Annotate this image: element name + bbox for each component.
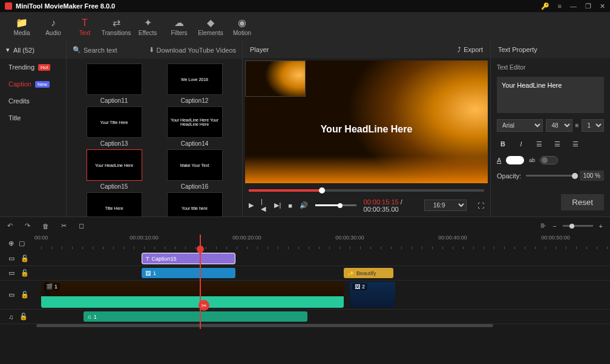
opacity-slider[interactable] xyxy=(526,175,574,177)
chevron-down-icon: ▾ xyxy=(6,46,10,54)
caption-clip[interactable]: T Caption15 xyxy=(142,253,235,264)
time-ruler[interactable]: 00:0000:00:10:0000:00:20:0000:00:30:0000… xyxy=(35,235,610,252)
thumbnail-label: Caption14 xyxy=(181,140,209,147)
add-track-button[interactable]: ⊕ xyxy=(8,239,14,247)
audio-clip[interactable]: ♫ 1 xyxy=(84,311,307,322)
aspect-ratio-select[interactable]: 16:9 xyxy=(424,200,467,211)
gallery-item[interactable]: Your HeadLine HereCaption15 xyxy=(77,149,151,190)
effects-icon: ✦ xyxy=(144,17,152,28)
video-clip-2[interactable]: 🖼 2 xyxy=(350,282,395,308)
line-height-select[interactable]: 1 xyxy=(582,119,604,132)
maximize-icon[interactable]: ❐ xyxy=(585,2,591,10)
tab-audio[interactable]: ♪Audio xyxy=(38,12,69,41)
menu-icon[interactable]: ≡ xyxy=(558,2,562,10)
align-center-button[interactable]: ☰ xyxy=(551,138,563,150)
prev-frame-button[interactable]: |◀ xyxy=(261,198,267,213)
redo-button[interactable]: ↷ xyxy=(25,222,30,230)
lock-icon[interactable]: 🔓 xyxy=(19,313,28,320)
align-right-button[interactable]: ☰ xyxy=(569,138,582,150)
player-panel: Player ⤴ Export Your HeadLine Here ▶ |◀ … xyxy=(242,41,490,216)
timeline: ✂ ⊕ ▢ 00:0000:00:10:0000:00:20:0000:00:3… xyxy=(0,235,610,329)
export-button[interactable]: ⤴ Export xyxy=(457,46,483,53)
transitions-icon: ⇄ xyxy=(113,17,120,28)
stop-button[interactable]: ■ xyxy=(288,202,292,209)
tab-media[interactable]: 📁Media xyxy=(6,12,38,41)
timeline-scrollbar[interactable] xyxy=(0,324,610,329)
track-settings-button[interactable]: ▢ xyxy=(19,239,25,247)
close-icon[interactable]: ✕ xyxy=(600,2,605,10)
category-caption[interactable]: CaptionNew xyxy=(0,76,66,93)
fullscreen-button[interactable]: ⛶ xyxy=(477,202,484,209)
gallery-item[interactable]: Caption11 xyxy=(77,63,151,104)
tab-effects[interactable]: ✦Effects xyxy=(132,12,163,41)
next-frame-button[interactable]: ▶| xyxy=(274,201,281,209)
split-button[interactable]: ✂ xyxy=(61,222,67,230)
align-left-button[interactable]: ☰ xyxy=(533,138,545,150)
font-select[interactable]: Arial xyxy=(497,119,543,132)
tab-transitions[interactable]: ⇄Transitions xyxy=(100,12,132,41)
zoom-slider[interactable] xyxy=(563,225,593,227)
bold-button[interactable]: B xyxy=(497,138,509,150)
app-title: MiniTool MovieMaker Free 8.0.0 xyxy=(16,2,115,10)
gallery-item[interactable]: We Love 2018Caption12 xyxy=(158,63,231,104)
pip-clip[interactable]: 🖼 1 xyxy=(142,268,235,278)
font-size-select[interactable]: 48 xyxy=(546,119,572,132)
gallery-item[interactable]: Make Your TextCaption16 xyxy=(158,149,231,190)
reset-button[interactable]: Reset xyxy=(561,194,604,210)
thumbnail: Title Here xyxy=(87,192,142,216)
timeline-fit-button[interactable]: ⊪ xyxy=(540,222,546,230)
thumbnail: Make Your Text xyxy=(167,149,223,181)
tab-filters[interactable]: ☁Filters xyxy=(163,12,195,41)
crop-button[interactable]: ◻ xyxy=(79,222,84,230)
play-button[interactable]: ▶ xyxy=(249,201,254,209)
thumbnail: Your HeadLine Here xyxy=(87,149,142,181)
thumbnail-label: Caption13 xyxy=(100,140,128,147)
delete-button[interactable]: 🗑 xyxy=(42,223,49,230)
category-trending[interactable]: TrendingHot xyxy=(0,59,66,76)
line-height-icon: ≡ xyxy=(576,122,579,129)
beautify-clip[interactable]: ✨ Beautify xyxy=(344,268,393,278)
thumbnail: Your HeadLine Here Your HeadLine Here xyxy=(167,106,223,138)
zoom-in-button[interactable]: + xyxy=(599,223,603,230)
thumbnail-label: Caption12 xyxy=(181,97,209,104)
zoom-out-button[interactable]: − xyxy=(553,223,556,230)
lock-icon[interactable]: 🔓 xyxy=(21,269,29,277)
progress-bar[interactable] xyxy=(249,189,484,192)
volume-icon[interactable]: 🔊 xyxy=(300,201,308,209)
search-text-button[interactable]: 🔍 Search text xyxy=(73,46,117,54)
thumbnail xyxy=(87,63,142,95)
download-youtube-button[interactable]: ⬇ Download YouTube Videos xyxy=(149,46,237,54)
main-toolbar: 📁Media♪AudioTText⇄Transitions✦Effects☁Fi… xyxy=(0,12,610,41)
gallery-item[interactable]: Your title here xyxy=(158,192,231,216)
volume-slider[interactable] xyxy=(315,204,356,206)
text-editor-input[interactable] xyxy=(497,77,604,113)
preview-overlay-text[interactable]: Your HeadLine Here xyxy=(321,124,413,135)
license-key-icon[interactable]: 🔑 xyxy=(541,2,549,10)
background-label: ab xyxy=(529,157,535,163)
gallery-item[interactable]: Your HeadLine Here Your HeadLine HereCap… xyxy=(158,106,231,147)
text-editor-label: Text Editor xyxy=(497,64,604,71)
preview-pip[interactable] xyxy=(245,60,306,97)
lock-icon[interactable]: 🔓 xyxy=(21,255,29,262)
text-color-swatch[interactable] xyxy=(506,156,524,164)
tab-motion[interactable]: ◉Motion xyxy=(226,12,258,41)
motion-icon: ◉ xyxy=(238,17,246,28)
split-indicator[interactable]: ✂ xyxy=(198,300,209,311)
audio-track-icon: ♫ xyxy=(8,313,13,320)
minimize-icon[interactable]: — xyxy=(570,2,577,10)
thumbnail-label: Caption11 xyxy=(100,97,128,104)
category-title[interactable]: Title xyxy=(0,109,66,126)
category-all[interactable]: ▾ All (52) xyxy=(0,41,66,59)
preview-area[interactable]: Your HeadLine Here xyxy=(245,60,488,183)
italic-button[interactable]: I xyxy=(515,138,527,150)
undo-button[interactable]: ↶ xyxy=(7,222,13,230)
tab-elements[interactable]: ◆Elements xyxy=(195,12,226,41)
text-track-icon: ▭ xyxy=(8,255,15,262)
lock-icon[interactable]: 🔓 xyxy=(21,291,29,299)
category-credits[interactable]: Credits xyxy=(0,93,66,109)
gallery-item[interactable]: Title Here xyxy=(77,192,151,216)
gallery-item[interactable]: Your Title HereCaption13 xyxy=(77,106,151,147)
background-toggle[interactable] xyxy=(540,156,558,164)
tab-text[interactable]: TText xyxy=(69,12,100,41)
video-clip-1[interactable]: 🎬 1 xyxy=(41,282,344,308)
